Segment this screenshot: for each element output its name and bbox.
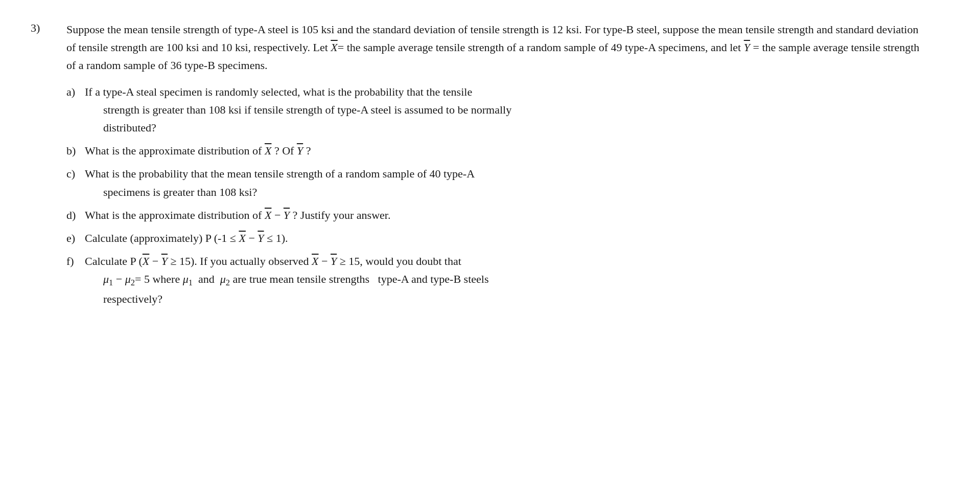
sub-part-a-continuation: strength is greater than 108 ksi if tens… — [85, 101, 925, 119]
x-bar-b: X — [265, 144, 271, 157]
sub-part-c-text: What is the probability that the mean te… — [85, 165, 925, 200]
problem-intro: Suppose the mean tensile strength of typ… — [66, 20, 925, 75]
problem-content: Suppose the mean tensile strength of typ… — [66, 20, 925, 313]
mu2: μ — [125, 273, 131, 285]
sub-part-f-text: Calculate P (X − Y ≥ 15). If you actuall… — [85, 252, 925, 308]
y-bar-e: Y — [258, 232, 264, 244]
mu2-sub: 2 — [131, 278, 135, 288]
sub-part-e-label: e) — [66, 229, 85, 247]
sub-part-a: a) If a type-A steal specimen is randoml… — [66, 83, 925, 137]
problem-number: 3) — [31, 20, 66, 35]
mu1-sub: 1 — [109, 278, 113, 288]
mu1-word: μ — [183, 273, 189, 285]
sub-part-d-label: d) — [66, 206, 85, 224]
y-bar-symbol: Y — [744, 41, 750, 54]
x-bar-symbol: X — [331, 41, 337, 54]
sub-part-d: d) What is the approximate distribution … — [66, 206, 925, 224]
y-bar-b: Y — [297, 144, 303, 157]
sub-part-a-continuation2: distributed? — [85, 119, 925, 137]
sub-part-a-text: If a type-A steal specimen is randomly s… — [85, 83, 925, 137]
y-bar-f1: Y — [161, 255, 168, 267]
sub-part-b: b) What is the approximate distribution … — [66, 142, 925, 160]
x-bar-f1: X — [143, 255, 149, 267]
sub-part-c-label: c) — [66, 165, 85, 183]
x-bar-f2: X — [312, 255, 318, 267]
x-bar-d: X — [265, 209, 271, 221]
mu1-word-sub: 1 — [189, 278, 193, 288]
sub-part-b-label: b) — [66, 142, 85, 160]
sub-part-e: e) Calculate (approximately) P (-1 ≤ X −… — [66, 229, 925, 247]
sub-part-d-text: What is the approximate distribution of … — [85, 206, 925, 224]
sub-part-f-continuation: μ1 − μ2= 5 where μ1 and μ2 are true mean… — [85, 270, 925, 290]
sub-part-f: f) Calculate P (X − Y ≥ 15). If you actu… — [66, 252, 925, 308]
mu1: μ — [103, 273, 109, 285]
sub-part-e-text: Calculate (approximately) P (-1 ≤ X − Y … — [85, 229, 925, 247]
sub-part-b-text: What is the approximate distribution of … — [85, 142, 925, 160]
y-bar-f2: Y — [331, 255, 337, 267]
sub-part-f-continuation2: respectively? — [85, 290, 925, 308]
sub-part-c: c) What is the probability that the mean… — [66, 165, 925, 200]
x-bar-e: X — [239, 232, 245, 244]
problem-container: 3) Suppose the mean tensile strength of … — [31, 20, 925, 313]
sub-part-f-label: f) — [66, 252, 85, 270]
mu2-word: μ — [220, 273, 226, 285]
sub-part-c-continuation: specimens is greater than 108 ksi? — [85, 183, 925, 201]
y-bar-d: Y — [284, 209, 290, 221]
sub-part-a-label: a) — [66, 83, 85, 101]
mu2-word-sub: 2 — [226, 278, 230, 288]
sub-parts-list: a) If a type-A steal specimen is randoml… — [66, 83, 925, 308]
